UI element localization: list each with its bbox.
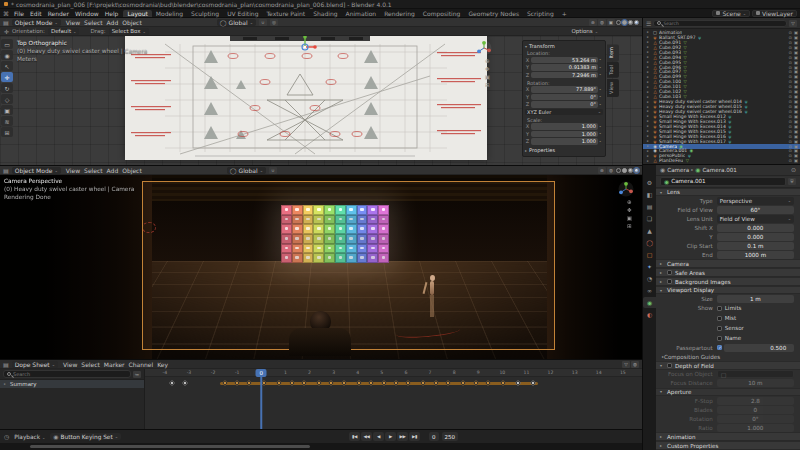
disclosure-icon[interactable]: ▸ xyxy=(647,124,651,128)
menu-render[interactable]: Render xyxy=(45,10,72,17)
gizmo-toggle-icon[interactable]: ⊕ xyxy=(598,167,606,174)
disclosure-icon[interactable]: ▸ xyxy=(647,109,651,113)
disclosure-icon[interactable]: ▸ xyxy=(647,65,651,69)
rotation-mode-dropdown[interactable]: XYZ Euler⌄ xyxy=(525,109,603,116)
composition-guides-row[interactable]: ▸ Composition Guides xyxy=(656,352,800,361)
next-keyframe-button[interactable]: ▶▶ xyxy=(397,432,408,441)
passepartout-slider[interactable]: 0.500 xyxy=(724,344,794,352)
grid-toggle-icon[interactable]: ⊞ xyxy=(627,223,632,229)
menu-window[interactable]: Window xyxy=(72,10,102,17)
workspace-tab-geometry-nodes[interactable]: Geometry Nodes xyxy=(464,10,523,17)
channel-summary-row[interactable]: ▸ Summary xyxy=(0,379,144,388)
properties-tab-render[interactable]: ◧ xyxy=(643,189,656,200)
show-name-checkbox[interactable] xyxy=(717,336,722,341)
workspace-tab-rendering[interactable]: Rendering xyxy=(380,10,419,17)
shading-solid-icon[interactable] xyxy=(622,168,627,173)
navigation-gizmo[interactable] xyxy=(476,40,492,56)
disclosure-icon[interactable]: ▸ xyxy=(647,134,651,138)
filter-icon[interactable]: ▽ xyxy=(622,361,630,368)
play-reverse-button[interactable]: ◀ xyxy=(373,432,384,441)
overlays-toggle-icon[interactable]: ◍ xyxy=(598,19,606,26)
aperture-rotation-field[interactable]: 0° xyxy=(717,415,794,423)
properties-tab-material[interactable]: ◐ xyxy=(643,309,656,320)
viewport-top-canvas[interactable]: ▭◉↖✛↻◇▣≋⊞ Top Orthographic (0) Heavy dut… xyxy=(0,36,642,165)
gizmo-toggle-icon[interactable]: ⊕ xyxy=(589,19,597,26)
disclosure-icon[interactable]: ▸ xyxy=(647,80,651,84)
show-sensor-checkbox[interactable] xyxy=(717,326,722,331)
orientation-dropdown[interactable]: ◯ Global ⌄ xyxy=(227,167,266,174)
properties-panel-header[interactable]: ▸Properties xyxy=(525,147,603,153)
background-images-panel-header[interactable]: ▸Background Images xyxy=(656,277,800,286)
ratio-field[interactable]: 1.000 xyxy=(717,424,794,432)
camera-view-canvas[interactable]: Camera Perspective (0) Heavy duty swivel… xyxy=(0,175,642,359)
menu-key[interactable]: Key xyxy=(155,361,170,368)
fake-user-icon[interactable]: ⛨ xyxy=(788,178,796,185)
menu-select[interactable]: Select xyxy=(82,167,105,174)
view-layer-selector[interactable]: ViewLayer xyxy=(752,10,797,17)
properties-tab-world[interactable]: ◯ xyxy=(643,237,656,248)
blender-logo-icon[interactable]: ⌘ xyxy=(3,10,9,17)
sidebar-tab-tool[interactable]: Tool xyxy=(607,62,619,78)
shading-wireframe-icon[interactable] xyxy=(616,168,621,173)
location-y-field[interactable]: 0.91383 m xyxy=(531,64,598,71)
custom-properties-panel-header[interactable]: ▸Custom Properties xyxy=(656,441,800,450)
scale-y-field[interactable]: 1.000 xyxy=(531,131,598,138)
drag-setting-dropdown[interactable]: Select Box ⌄ xyxy=(109,28,149,35)
workspace-tab-modeling[interactable]: Modeling xyxy=(152,10,187,17)
workspace-tab-uv-editing[interactable]: UV Editing xyxy=(223,10,262,17)
dope-keyframe-region[interactable]: -4-3-2-10123456789101112131415 0 xyxy=(145,369,642,429)
focus-object-field[interactable]: ▢ xyxy=(717,370,794,378)
disclosure-icon[interactable]: ▸ xyxy=(647,90,651,94)
tweak-tool-icon[interactable]: ↖ xyxy=(1,61,13,71)
disclosure-icon[interactable]: ▸ xyxy=(647,119,651,123)
dope-search-input[interactable] xyxy=(3,370,131,378)
workspace-tab-layout[interactable]: Layout xyxy=(123,10,151,17)
menu-channel[interactable]: Channel xyxy=(127,361,156,368)
playhead-frame-label[interactable]: 0 xyxy=(256,369,267,377)
disclosure-icon[interactable]: ▸ xyxy=(647,105,651,109)
disclosure-icon[interactable]: ▸ xyxy=(647,95,651,99)
viewport-display-panel-header[interactable]: ▾Viewport Display xyxy=(656,286,800,294)
blades-field[interactable]: 0 xyxy=(717,406,794,414)
fov-slider[interactable]: 60° xyxy=(717,206,794,214)
search-input[interactable] xyxy=(663,21,783,26)
shift-y-field[interactable]: 0.000 xyxy=(717,233,794,241)
disclosure-icon[interactable]: ▸ xyxy=(647,129,651,133)
properties-tab-tool[interactable]: ⚙ xyxy=(643,177,656,188)
dof-checkbox[interactable] xyxy=(667,363,672,368)
scale-tool-icon[interactable]: ◇ xyxy=(1,94,13,104)
disclosure-icon[interactable]: ▸ xyxy=(647,85,651,89)
menu-view[interactable]: View xyxy=(64,167,82,174)
shading-rendered-icon[interactable] xyxy=(634,168,639,173)
overlays-toggle-icon[interactable]: ◍ xyxy=(607,167,615,174)
pan-icon[interactable]: ✥ xyxy=(485,66,490,72)
show-limits-checkbox[interactable] xyxy=(717,306,722,311)
pan-icon[interactable]: ✥ xyxy=(627,207,632,213)
timeline-ruler[interactable]: -4-3-2-10123456789101112131415 xyxy=(145,369,642,377)
lock-icon[interactable]: • xyxy=(599,57,603,62)
editor-type-icon[interactable]: ▤ xyxy=(3,361,9,368)
location-z-field[interactable]: 7.2946 m xyxy=(531,72,598,79)
location-x-field[interactable]: 53.264 m xyxy=(531,57,598,64)
breadcrumb-data[interactable]: Camera.001 xyxy=(702,167,736,173)
jump-to-start-button[interactable]: ▮◀ xyxy=(349,432,360,441)
playhead[interactable] xyxy=(261,369,263,429)
play-button[interactable]: ▶ xyxy=(385,432,396,441)
workspace-tab-texture-paint[interactable]: Texture Paint xyxy=(262,10,309,17)
menu-object[interactable]: Object xyxy=(120,19,144,26)
display-size-field[interactable]: 1 m xyxy=(717,295,794,303)
jump-to-end-button[interactable]: ▶▮ xyxy=(409,432,420,441)
shading-material-icon[interactable] xyxy=(628,168,633,173)
scale-x-field[interactable]: 1.000 xyxy=(531,123,598,130)
disclosure-icon[interactable]: ▸ xyxy=(647,50,651,54)
properties-tab-scene[interactable]: ▲ xyxy=(643,225,656,236)
rotation-z-field[interactable]: 0° xyxy=(531,101,598,108)
disclosure-icon[interactable]: ▸ xyxy=(647,45,651,49)
hide-eye-icon[interactable]: ⊙ xyxy=(789,158,793,163)
shading-material-icon[interactable] xyxy=(628,20,633,25)
shift-x-field[interactable]: 0.000 xyxy=(717,224,794,232)
lock-icon[interactable]: • xyxy=(599,94,603,99)
overlay-icon[interactable]: ◍ xyxy=(631,361,639,368)
rotation-x-field[interactable]: 77.889° xyxy=(531,86,598,93)
lock-icon[interactable]: • xyxy=(599,87,603,92)
